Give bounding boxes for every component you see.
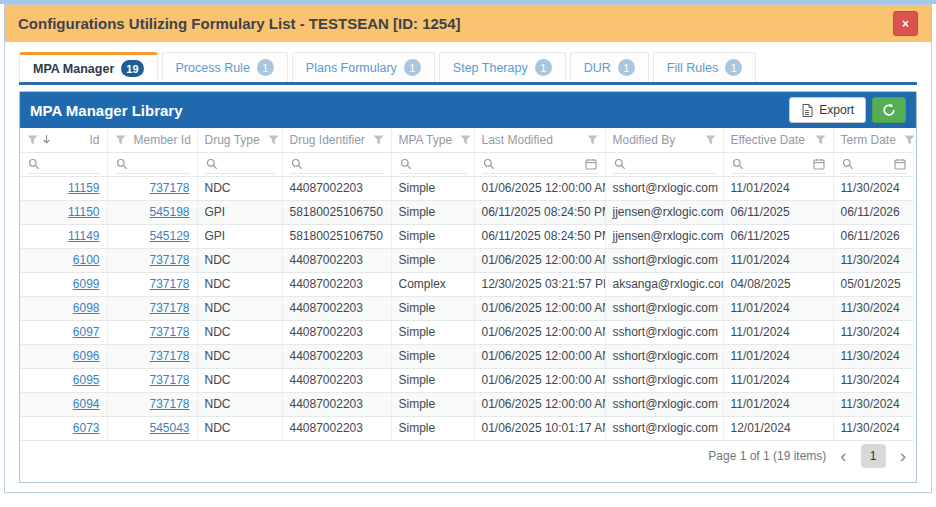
- cell-term-date: 11/30/2024: [833, 368, 914, 392]
- filter-icon[interactable]: [268, 135, 279, 145]
- member-id-link[interactable]: 737178: [149, 301, 189, 315]
- tab-fill-rules[interactable]: Fill Rules1: [653, 52, 756, 82]
- filter-icon[interactable]: [904, 135, 914, 145]
- filter-cell-drug-type[interactable]: [197, 152, 282, 176]
- cell-drug-type: NDC: [197, 392, 282, 416]
- column-header-drug-identifier[interactable]: Drug Identifier: [282, 128, 391, 152]
- modal-titlebar: Configurations Utilizing Formulary List …: [5, 5, 931, 42]
- cell-drug-type: NDC: [197, 320, 282, 344]
- export-button[interactable]: Export: [789, 97, 866, 123]
- id-link[interactable]: 6097: [73, 325, 100, 339]
- cell-drug-identifier: 44087002203: [282, 296, 391, 320]
- cell-member-id: 737178: [107, 368, 197, 392]
- filter-cell-modified-by[interactable]: [605, 152, 723, 176]
- cell-term-date: 11/30/2024: [833, 296, 914, 320]
- cell-drug-identifier: 58180025106750: [282, 224, 391, 248]
- column-header-id[interactable]: Id: [20, 128, 107, 152]
- table-row: 6073545043NDC44087002203Simple01/06/2025…: [20, 416, 914, 440]
- cell-effective-date: 11/01/2024: [723, 176, 833, 200]
- calendar-icon[interactable]: [585, 158, 597, 170]
- cell-last-modified: 06/11/2025 08:24:50 PM: [474, 224, 605, 248]
- id-link[interactable]: 6098: [73, 301, 100, 315]
- filter-icon[interactable]: [373, 135, 384, 145]
- tab-process-rule[interactable]: Process Rule1: [162, 52, 288, 82]
- column-header-effective-date[interactable]: Effective Date: [723, 128, 833, 152]
- id-link[interactable]: 11150: [68, 205, 100, 219]
- export-file-icon: [801, 104, 813, 117]
- filter-cell-drug-identifier[interactable]: [282, 152, 391, 176]
- tab-label: Plans Formulary: [306, 61, 397, 75]
- grid-body: 11159737178NDC44087002203Simple01/06/202…: [20, 176, 914, 440]
- column-header-member-id[interactable]: Member Id: [107, 128, 197, 152]
- member-id-link[interactable]: 737178: [149, 349, 189, 363]
- calendar-icon[interactable]: [894, 158, 906, 170]
- filter-cell-effective-date[interactable]: [723, 152, 833, 176]
- cell-mpa-type: Simple: [391, 248, 474, 272]
- id-link[interactable]: 6099: [73, 277, 100, 291]
- filter-icon[interactable]: [460, 135, 471, 145]
- cell-modified-by: sshort@rxlogic.com: [605, 344, 723, 368]
- pager-prev-button[interactable]: ‹: [838, 446, 848, 466]
- pager-next-button[interactable]: ›: [898, 446, 908, 466]
- cell-last-modified: 01/06/2025 12:00:00 AM: [474, 344, 605, 368]
- calendar-icon[interactable]: [813, 158, 825, 170]
- panel-header: MPA Manager Library Export: [20, 92, 916, 128]
- member-id-link[interactable]: 545198: [149, 205, 189, 219]
- filter-icon[interactable]: [115, 135, 126, 145]
- id-link[interactable]: 6094: [73, 397, 100, 411]
- member-id-link[interactable]: 737178: [149, 397, 189, 411]
- member-id-link[interactable]: 737178: [149, 253, 189, 267]
- column-caption: Member Id: [134, 133, 191, 147]
- member-id-link[interactable]: 737178: [149, 325, 189, 339]
- cell-drug-identifier: 44087002203: [282, 344, 391, 368]
- close-button[interactable]: ×: [893, 11, 918, 36]
- filter-cell-member-id[interactable]: [107, 152, 197, 176]
- cell-member-id: 737178: [107, 296, 197, 320]
- cell-modified-by: jjensen@rxlogic.com: [605, 200, 723, 224]
- member-id-link[interactable]: 737178: [149, 277, 189, 291]
- id-link[interactable]: 6096: [73, 349, 100, 363]
- filter-cell-mpa-type[interactable]: [391, 152, 474, 176]
- column-header-mpa-type[interactable]: MPA Type: [391, 128, 474, 152]
- filter-cell-id[interactable]: [20, 152, 107, 176]
- id-link[interactable]: 6073: [73, 421, 100, 435]
- filter-cell-term-date[interactable]: [833, 152, 914, 176]
- id-link[interactable]: 11159: [68, 181, 100, 195]
- column-header-drug-type[interactable]: Drug Type: [197, 128, 282, 152]
- pager-page-button[interactable]: 1: [861, 444, 886, 468]
- member-id-link[interactable]: 737178: [149, 181, 189, 195]
- tab-count-badge: 19: [121, 60, 143, 77]
- filter-icon[interactable]: [27, 135, 38, 145]
- member-id-link[interactable]: 545043: [149, 421, 189, 435]
- cell-modified-by: sshort@rxlogic.com: [605, 368, 723, 392]
- member-id-link[interactable]: 737178: [149, 373, 189, 387]
- id-link[interactable]: 6100: [73, 253, 100, 267]
- column-header-last-modified[interactable]: Last Modified: [474, 128, 605, 152]
- cell-effective-date: 11/01/2024: [723, 368, 833, 392]
- column-header-modified-by[interactable]: Modified By: [605, 128, 723, 152]
- cell-modified-by: sshort@rxlogic.com: [605, 392, 723, 416]
- cell-drug-identifier: 44087002203: [282, 248, 391, 272]
- filter-icon[interactable]: [815, 135, 826, 145]
- cell-term-date: 06/11/2026: [833, 224, 914, 248]
- column-header-term-date[interactable]: Term Date: [833, 128, 914, 152]
- tab-plans-formulary[interactable]: Plans Formulary1: [292, 52, 435, 82]
- cell-member-id: 737178: [107, 272, 197, 296]
- tab-step-therapy[interactable]: Step Therapy1: [439, 52, 566, 82]
- data-grid: IdMember IdDrug TypeDrug IdentifierMPA T…: [20, 128, 914, 441]
- grid-filter-row: [20, 152, 914, 176]
- member-id-link[interactable]: 545129: [149, 229, 189, 243]
- column-caption: Last Modified: [482, 133, 553, 147]
- filter-icon[interactable]: [705, 135, 716, 145]
- id-link[interactable]: 11149: [68, 229, 100, 243]
- filter-icon[interactable]: [587, 135, 598, 145]
- id-link[interactable]: 6095: [73, 373, 100, 387]
- filter-cell-last-modified[interactable]: [474, 152, 605, 176]
- cell-id: 11149: [20, 224, 107, 248]
- refresh-button[interactable]: [872, 97, 906, 123]
- tab-dur[interactable]: DUR1: [570, 52, 649, 82]
- cell-drug-identifier: 44087002203: [282, 416, 391, 440]
- tab-mpa-manager[interactable]: MPA Manager19: [19, 52, 158, 82]
- column-caption: Term Date: [841, 133, 896, 147]
- cell-member-id: 737178: [107, 344, 197, 368]
